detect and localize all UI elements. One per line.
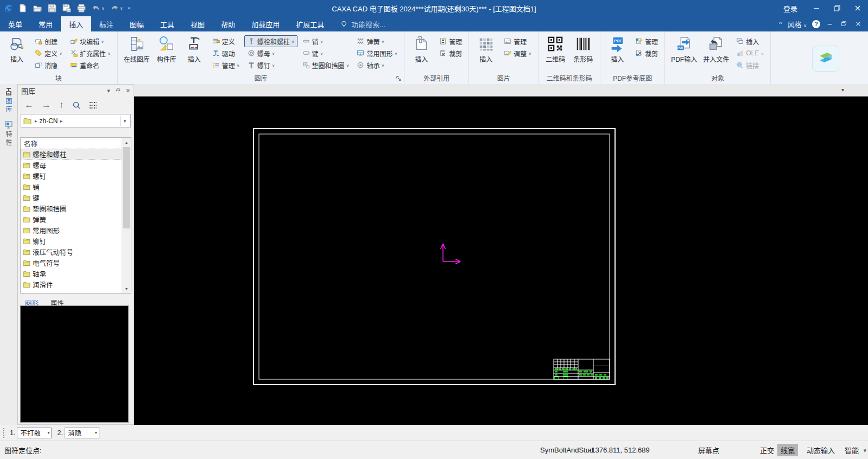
library-spring-button[interactable]: 弹簧∨ [353, 35, 400, 47]
back-icon[interactable]: ← [24, 100, 34, 110]
scroll-up-icon[interactable]: ▴ [122, 138, 131, 146]
collapse-ribbon-icon[interactable]: ^ [779, 21, 782, 27]
list-item[interactable]: 键 [21, 192, 122, 203]
library-manage-button[interactable]: 管理∨ [209, 59, 243, 71]
pdf-underlay-insert-button[interactable]: PDF 插入 [604, 34, 630, 65]
object-insert-button[interactable]: 插入 [733, 35, 766, 47]
undo-icon[interactable] [91, 3, 101, 13]
option2-select[interactable]: 消隐 ▾ [65, 428, 99, 438]
list-header[interactable]: 名称 [21, 138, 131, 149]
list-item[interactable]: 铆钉 [21, 235, 122, 246]
library-pin-button[interactable]: 销∨ [299, 35, 352, 47]
list-item[interactable]: 螺栓和螺柱 [21, 149, 122, 160]
help-icon[interactable]: ? [812, 20, 820, 28]
ribbon-tab[interactable]: 帮助 [213, 16, 243, 31]
block-hide-button[interactable]: 消隐 [31, 59, 65, 71]
block-edit-button[interactable]: 块编辑∨ [67, 35, 113, 47]
ribbon-tab[interactable]: 标注 [91, 16, 122, 31]
image-adjust-button[interactable]: 调整∨ [500, 47, 534, 59]
ribbon-tab[interactable]: 工具 [152, 16, 182, 31]
library-bearing-button[interactable]: 轴承∨ [353, 59, 400, 71]
ribbon-tab[interactable]: 扩展工具 [288, 16, 332, 31]
save-as-icon[interactable] [62, 3, 72, 13]
dynamic-input-toggle[interactable]: 动态输入 [803, 441, 838, 459]
panel-menu-icon[interactable]: ▾ [107, 87, 110, 94]
breadcrumb-dropdown-button[interactable]: ▾ [120, 116, 129, 126]
undo-dropdown-icon[interactable]: ∨ [102, 6, 105, 11]
merge-file-button[interactable]: 并入文件 [701, 34, 731, 65]
assistant-logo[interactable] [812, 46, 839, 72]
block-define-button[interactable]: 定义∨ [31, 47, 65, 59]
image-insert-button[interactable]: 插入 [473, 34, 499, 65]
open-file-icon[interactable] [33, 3, 42, 13]
image-manage-button[interactable]: 管理 [500, 35, 534, 47]
doc-list-dropdown-icon[interactable]: ▾ [841, 87, 844, 93]
ribbon-tab[interactable]: 加载应用 [243, 16, 288, 31]
library-key-button[interactable]: 键∨ [299, 47, 352, 59]
forward-icon[interactable]: → [42, 100, 51, 110]
ribbon-tab[interactable]: 常用 [30, 16, 61, 31]
line-width-toggle[interactable]: 线宽 [777, 441, 798, 459]
ribbon-tab[interactable]: 插入 [61, 16, 91, 31]
toolbar-grip[interactable] [3, 428, 6, 438]
library-nut-button[interactable]: 螺母∨ [244, 47, 297, 59]
xref-insert-button[interactable]: 插入 [408, 34, 434, 65]
list-item[interactable]: 螺母 [21, 160, 122, 170]
restore-button[interactable] [827, 0, 847, 16]
block-rename-button[interactable]: 重命名 [67, 59, 113, 71]
component-library-button[interactable]: 构件库 [154, 34, 180, 65]
list-item[interactable]: 常用图形 [21, 225, 122, 235]
object-link-button[interactable]: 链接 [733, 59, 766, 71]
qr-code-button[interactable]: 二维码 [542, 34, 568, 65]
function-search[interactable]: 功能搜索... [340, 16, 385, 31]
dock-tab-properties[interactable]: 特性 [3, 119, 14, 149]
library-washer-button[interactable]: 垫圈和挡圈∨ [299, 59, 352, 71]
list-item[interactable]: 弹簧 [21, 214, 122, 225]
library-screw-button[interactable]: 螺钉∨ [244, 59, 297, 71]
save-icon[interactable] [47, 3, 57, 13]
doc-restore-button[interactable] [840, 20, 848, 28]
close-button[interactable] [847, 0, 868, 16]
pdf-manage-button[interactable]: 管理 [632, 35, 661, 47]
login-button[interactable]: 登录 [775, 3, 806, 14]
scrollbar-thumb[interactable] [123, 147, 130, 228]
option1-select[interactable]: 不打散 ▾ [17, 428, 52, 438]
redo-dropdown-icon[interactable]: ∨ [120, 6, 123, 11]
ribbon-tab[interactable]: 视图 [182, 16, 213, 31]
drawing-canvas[interactable] [134, 97, 868, 425]
view-mode-icon[interactable] [89, 101, 98, 109]
redo-icon[interactable] [110, 3, 119, 13]
style-menu[interactable]: 风格 ∨ [788, 19, 807, 29]
list-item[interactable]: 螺钉 [21, 170, 122, 181]
xref-manage-button[interactable]: 管理 [436, 35, 465, 47]
doc-close-button[interactable] [854, 20, 863, 28]
online-library-button[interactable]: 在线图库 [122, 34, 152, 65]
search-icon[interactable] [72, 101, 81, 110]
list-scrollbar[interactable]: ▴ ▾ [122, 138, 131, 293]
up-icon[interactable]: ↑ [59, 100, 64, 110]
ribbon-tab[interactable]: 菜单 [0, 16, 30, 31]
panel-pin-icon[interactable] [115, 87, 121, 94]
customize-quick-access-icon[interactable]: ≡ [128, 6, 131, 11]
object-ole-button[interactable]: OLE∨ [733, 47, 766, 59]
library-drive-button[interactable]: 驱动 [209, 47, 243, 59]
print-icon[interactable] [77, 3, 86, 13]
library-insert-button[interactable]: 插入 [181, 34, 207, 65]
ribbon-tab[interactable]: 图幅 [122, 16, 152, 31]
screen-point-toggle[interactable]: 屏幕点 [695, 441, 723, 459]
xref-clip-button[interactable]: 裁剪 [436, 47, 465, 59]
doc-minimize-button[interactable] [826, 20, 834, 28]
barcode-button[interactable]: 条形码 [570, 34, 596, 65]
dock-tab-library[interactable]: 图库 [3, 86, 14, 116]
list-item[interactable]: 销 [21, 181, 122, 192]
list-item[interactable]: 液压气动符号 [21, 246, 122, 257]
scroll-down-icon[interactable]: ▾ [122, 284, 131, 293]
pdf-clip-button[interactable]: 裁剪 [632, 47, 661, 59]
block-insert-button[interactable]: 插入 [4, 34, 30, 65]
library-dialog-launcher-icon[interactable] [396, 75, 402, 82]
list-item[interactable]: 垫圈和挡圈 [21, 203, 122, 214]
library-bolt-stud-button[interactable]: 螺栓和螺柱∨ [244, 35, 297, 47]
list-item[interactable]: 润滑件 [21, 279, 122, 290]
breadcrumb[interactable]: ▸ zh-CN ▸ ▾ [21, 114, 131, 127]
library-common-shapes-button[interactable]: 常用图形∨ [353, 47, 400, 59]
